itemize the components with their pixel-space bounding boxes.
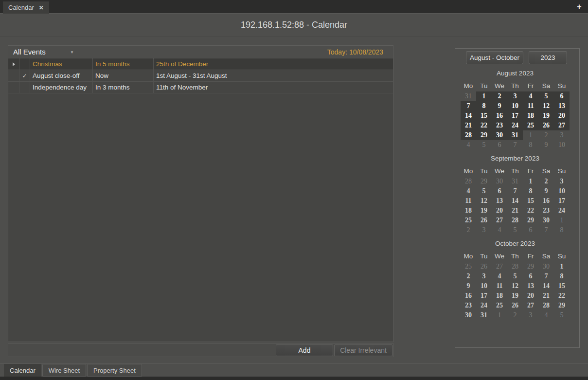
day-cell[interactable]: 30	[538, 216, 554, 225]
tab-property-sheet[interactable]: Property Sheet	[87, 364, 142, 377]
day-cell[interactable]: 1	[554, 262, 570, 271]
day-cell[interactable]: 25	[492, 301, 507, 310]
day-cell[interactable]: 28	[538, 301, 554, 310]
day-cell[interactable]: 11	[461, 196, 476, 206]
day-cell[interactable]: 6	[523, 225, 538, 235]
day-cell[interactable]: 30	[538, 262, 554, 271]
day-cell[interactable]: 13	[554, 101, 570, 111]
day-cell[interactable]: 14	[461, 111, 476, 121]
day-cell[interactable]: 5	[538, 91, 554, 101]
day-cell[interactable]: 30	[492, 177, 507, 186]
month-range-button[interactable]: August - October	[466, 51, 523, 64]
day-cell[interactable]: 25	[523, 121, 538, 130]
day-cell[interactable]: 11	[523, 101, 538, 111]
day-cell[interactable]: 8	[523, 140, 538, 150]
day-cell[interactable]: 28	[461, 130, 476, 140]
day-cell[interactable]: 29	[554, 301, 570, 310]
day-cell[interactable]: 30	[461, 310, 476, 320]
day-cell[interactable]: 3	[554, 130, 570, 140]
day-cell[interactable]: 8	[554, 271, 570, 281]
day-cell[interactable]: 17	[554, 196, 570, 206]
day-cell[interactable]: 7	[538, 271, 554, 281]
day-cell[interactable]: 29	[476, 177, 492, 186]
day-cell[interactable]: 31	[461, 91, 476, 101]
day-cell[interactable]: 3	[476, 271, 492, 281]
day-cell[interactable]: 31	[507, 177, 523, 186]
day-cell[interactable]: 27	[523, 301, 538, 310]
day-cell[interactable]: 26	[476, 216, 492, 225]
day-cell[interactable]: 6	[554, 91, 570, 101]
day-cell[interactable]: 3	[523, 310, 538, 320]
day-cell[interactable]: 2	[461, 225, 476, 235]
day-cell[interactable]: 29	[523, 216, 538, 225]
day-cell[interactable]: 27	[492, 216, 507, 225]
day-cell[interactable]: 2	[538, 130, 554, 140]
day-cell[interactable]: 1	[554, 216, 570, 225]
day-cell[interactable]: 3	[507, 91, 523, 101]
day-cell[interactable]: 12	[507, 281, 523, 291]
day-cell[interactable]: 9	[538, 186, 554, 196]
day-cell[interactable]: 7	[507, 140, 523, 150]
row-checkbox-cell[interactable]: ✓	[19, 70, 30, 81]
day-cell[interactable]: 13	[492, 196, 507, 206]
day-cell[interactable]: 25	[461, 216, 476, 225]
day-cell[interactable]: 26	[476, 262, 492, 271]
day-cell[interactable]: 17	[507, 111, 523, 121]
day-cell[interactable]: 23	[461, 301, 476, 310]
day-cell[interactable]: 1	[476, 91, 492, 101]
day-cell[interactable]: 3	[554, 177, 570, 186]
day-cell[interactable]: 10	[554, 140, 570, 150]
day-cell[interactable]: 13	[523, 281, 538, 291]
day-cell[interactable]: 6	[492, 140, 507, 150]
day-cell[interactable]: 27	[492, 262, 507, 271]
tab-calendar[interactable]: Calendar	[4, 364, 41, 377]
day-cell[interactable]: 28	[507, 262, 523, 271]
day-cell[interactable]: 1	[523, 130, 538, 140]
day-cell[interactable]: 22	[523, 206, 538, 216]
day-cell[interactable]: 2	[538, 177, 554, 186]
day-cell[interactable]: 7	[507, 186, 523, 196]
day-cell[interactable]: 18	[461, 206, 476, 216]
day-cell[interactable]: 22	[554, 291, 570, 301]
day-cell[interactable]: 4	[461, 140, 476, 150]
row-checkbox-cell[interactable]	[19, 82, 30, 93]
day-cell[interactable]: 3	[476, 225, 492, 235]
day-cell[interactable]: 25	[461, 262, 476, 271]
day-cell[interactable]: 5	[554, 310, 570, 320]
day-cell[interactable]: 15	[554, 281, 570, 291]
day-cell[interactable]: 4	[523, 91, 538, 101]
day-cell[interactable]: 24	[507, 121, 523, 130]
top-tab-calendar[interactable]: Calendar ✕	[3, 1, 49, 14]
day-cell[interactable]: 11	[492, 281, 507, 291]
day-cell[interactable]: 5	[476, 140, 492, 150]
day-cell[interactable]: 4	[461, 186, 476, 196]
day-cell[interactable]: 4	[492, 271, 507, 281]
day-cell[interactable]: 27	[554, 121, 570, 130]
add-button[interactable]: Add	[276, 344, 333, 356]
event-row[interactable]: Independence dayIn 3 months11th of Novem…	[8, 82, 393, 93]
day-cell[interactable]: 10	[554, 186, 570, 196]
day-cell[interactable]: 26	[507, 301, 523, 310]
day-cell[interactable]: 7	[538, 225, 554, 235]
day-cell[interactable]: 21	[538, 291, 554, 301]
day-cell[interactable]: 8	[523, 186, 538, 196]
day-cell[interactable]: 16	[538, 196, 554, 206]
day-cell[interactable]: 8	[476, 101, 492, 111]
day-cell[interactable]: 9	[538, 140, 554, 150]
event-row[interactable]: ChristmasIn 5 months25th of December	[8, 58, 393, 70]
day-cell[interactable]: 4	[492, 225, 507, 235]
year-button[interactable]: 2023	[529, 51, 567, 64]
day-cell[interactable]: 30	[492, 130, 507, 140]
day-cell[interactable]: 19	[507, 291, 523, 301]
day-cell[interactable]: 16	[461, 291, 476, 301]
day-cell[interactable]: 31	[507, 130, 523, 140]
day-cell[interactable]: 20	[554, 111, 570, 121]
event-row[interactable]: ✓August close-offNow1st August - 31st Au…	[8, 70, 393, 82]
day-cell[interactable]: 15	[523, 196, 538, 206]
day-cell[interactable]: 15	[476, 111, 492, 121]
day-cell[interactable]: 4	[538, 310, 554, 320]
events-filter-dropdown[interactable]: All Events ▾	[13, 48, 73, 56]
day-cell[interactable]: 5	[507, 225, 523, 235]
day-cell[interactable]: 14	[507, 196, 523, 206]
day-cell[interactable]: 29	[523, 262, 538, 271]
